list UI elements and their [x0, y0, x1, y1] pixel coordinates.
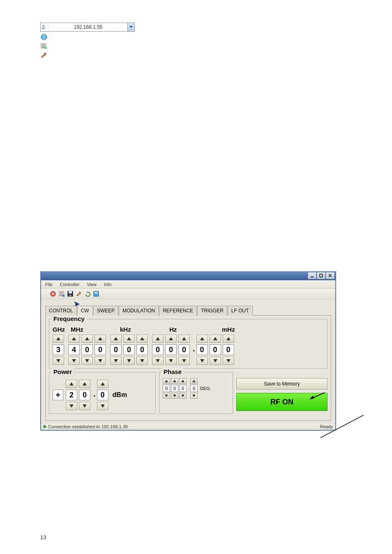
- tab-sweep[interactable]: SWEEP: [93, 306, 118, 316]
- digit-value[interactable]: 4: [68, 344, 80, 355]
- digit-value[interactable]: 0: [79, 390, 90, 400]
- digit-up-button[interactable]: [165, 335, 177, 343]
- digit-up-button[interactable]: [152, 335, 164, 343]
- digit-up-button[interactable]: [123, 335, 135, 343]
- digit-down-button[interactable]: [81, 357, 93, 365]
- digit-spinner: 3: [53, 335, 64, 365]
- digit-value[interactable]: 0: [97, 390, 108, 400]
- close-button[interactable]: [326, 272, 334, 279]
- tab-lfout[interactable]: LF OUT: [228, 306, 253, 316]
- digit-value[interactable]: 0: [123, 344, 135, 355]
- list-icon[interactable]: [58, 290, 65, 298]
- menu-info[interactable]: Info: [102, 282, 113, 287]
- digit-up-button[interactable]: [136, 335, 148, 343]
- digit-down-button[interactable]: [178, 357, 190, 365]
- digit-up-button[interactable]: [190, 378, 198, 384]
- menu-view[interactable]: View: [85, 282, 98, 287]
- svg-rect-21: [69, 295, 71, 296]
- phase-group: Phase 000.0DEG: [159, 372, 233, 414]
- digit-value[interactable]: 0: [210, 344, 221, 355]
- digit-down-button[interactable]: [163, 393, 170, 399]
- tab-reference[interactable]: REFERENCE: [159, 306, 197, 316]
- digit-down-button[interactable]: [136, 357, 148, 365]
- annotation-arrow-icon: [309, 392, 325, 400]
- ip-selector-row[interactable]: 2. 192.168.1.55: [40, 23, 135, 32]
- digit-value[interactable]: 0: [196, 344, 208, 355]
- rf-on-button[interactable]: RF ON: [236, 393, 327, 411]
- digit-down-button[interactable]: [97, 402, 108, 410]
- menu-file[interactable]: File: [44, 282, 54, 287]
- tab-trigger[interactable]: TRIGGER: [197, 306, 227, 316]
- disconnect-icon[interactable]: [49, 290, 57, 298]
- digit-up-button[interactable]: [210, 335, 221, 343]
- digit-up-button[interactable]: [171, 378, 178, 384]
- digit-value[interactable]: 0: [95, 344, 106, 355]
- digit-up-button[interactable]: [81, 335, 93, 343]
- digit-down-button[interactable]: [53, 357, 64, 365]
- digit-value[interactable]: 0: [152, 344, 164, 355]
- list-add-icon[interactable]: [40, 42, 48, 50]
- digit-value[interactable]: 0: [179, 385, 187, 392]
- digit-down-button[interactable]: [66, 402, 77, 410]
- wrench-icon[interactable]: [40, 51, 48, 59]
- digit-down-button[interactable]: [223, 357, 234, 365]
- frequency-digits: 3400000000.000: [53, 335, 324, 365]
- digit-up-button[interactable]: [223, 335, 234, 343]
- menu-controller[interactable]: Controller: [58, 282, 81, 287]
- ip-dropdown-button[interactable]: [127, 23, 134, 31]
- svg-marker-50: [226, 337, 231, 340]
- digit-value[interactable]: 0: [178, 344, 190, 355]
- chevron-down-icon: [129, 26, 133, 28]
- digit-down-button[interactable]: [68, 357, 80, 365]
- digit-up-button[interactable]: [110, 335, 122, 343]
- power-sign[interactable]: +: [53, 390, 63, 400]
- digit-up-button[interactable]: [97, 380, 108, 388]
- digit-value[interactable]: 0: [171, 385, 178, 392]
- digit-down-button[interactable]: [196, 357, 208, 365]
- digit-value[interactable]: 0: [110, 344, 122, 355]
- svg-marker-49: [213, 359, 217, 362]
- digit-up-button[interactable]: [66, 380, 77, 388]
- svg-marker-32: [98, 337, 102, 340]
- digit-value[interactable]: 0: [163, 385, 170, 392]
- digit-value[interactable]: 0: [190, 385, 198, 392]
- save-to-memory-button[interactable]: Save to Memory: [236, 378, 327, 390]
- digit-value[interactable]: 0: [165, 344, 177, 355]
- digit-down-button[interactable]: [110, 357, 122, 365]
- digit-up-button[interactable]: [68, 335, 80, 343]
- digit-value[interactable]: 0: [81, 344, 93, 355]
- digit-down-button[interactable]: [179, 393, 187, 399]
- globe-icon[interactable]: [40, 33, 48, 41]
- app-icon[interactable]: [92, 290, 100, 298]
- tab-control[interactable]: CONTROL: [45, 306, 77, 316]
- digit-down-button[interactable]: [210, 357, 221, 365]
- digit-value[interactable]: 0: [136, 344, 148, 355]
- digit-down-button[interactable]: [152, 357, 164, 365]
- digit-up-button[interactable]: [163, 378, 170, 384]
- tools-icon[interactable]: [75, 290, 83, 298]
- digit-down-button[interactable]: [123, 357, 135, 365]
- digit-down-button[interactable]: [79, 402, 90, 410]
- digit-down-button[interactable]: [165, 357, 177, 365]
- undo-icon[interactable]: [84, 290, 91, 298]
- digit-up-button[interactable]: [178, 335, 190, 343]
- digit-value[interactable]: 0: [223, 344, 234, 355]
- digit-spinner: 0: [95, 335, 106, 365]
- svg-marker-0: [129, 26, 133, 28]
- tab-cw[interactable]: CW: [77, 306, 93, 316]
- digit-up-button[interactable]: [196, 335, 208, 343]
- digit-up-button[interactable]: [179, 378, 187, 384]
- tab-modulation[interactable]: MODULATION: [119, 306, 159, 316]
- maximize-button[interactable]: [317, 272, 325, 279]
- save-icon[interactable]: [67, 290, 74, 298]
- digit-up-button[interactable]: [95, 335, 106, 343]
- digit-up-button[interactable]: [79, 380, 90, 388]
- digit-up-button[interactable]: [53, 335, 64, 343]
- digit-value[interactable]: 3: [53, 344, 64, 355]
- digit-spinner: 0: [210, 335, 221, 365]
- digit-down-button[interactable]: [171, 393, 178, 399]
- digit-down-button[interactable]: [190, 393, 198, 399]
- minimize-button[interactable]: [308, 272, 316, 279]
- digit-value[interactable]: 2: [66, 390, 77, 400]
- digit-down-button[interactable]: [95, 357, 106, 365]
